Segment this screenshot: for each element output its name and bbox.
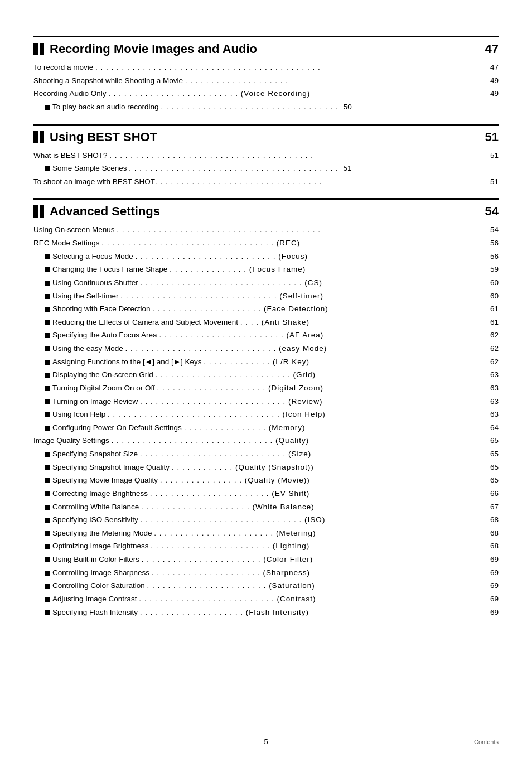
footer-contents-label: Contents <box>474 739 499 745</box>
toc-rec-mode-settings: REC Mode Settings . . . . . . . . . . . … <box>33 237 499 250</box>
toc-entry-snapshot-while-shooting: Shooting a Snapshot while Shooting a Mov… <box>33 74 499 88</box>
entry-text: Correcting Image Brightness . . . . . . … <box>52 487 309 500</box>
entry-text: Using Continuous Shutter . . . . . . . .… <box>52 276 322 290</box>
icon-bar-2 <box>40 205 44 218</box>
bullet-icon <box>45 426 50 431</box>
toc-lr-key: Assigning Functions to the [◄] and [►] K… <box>33 355 499 369</box>
section-header-advanced: Advanced Settings 54 <box>33 198 499 219</box>
toc-self-timer: Using the Self-timer . . . . . . . . . .… <box>33 290 499 303</box>
bullet-icon <box>45 544 50 549</box>
toc-metering-mode: Specifying the Metering Mode . . . . . .… <box>33 527 499 540</box>
bullet-icon <box>45 505 50 510</box>
entry-page: 62 <box>485 355 499 369</box>
section-page-recording: 47 <box>485 42 499 56</box>
entry-text: To play back an audio recording . . . . … <box>52 100 338 114</box>
entry-text: Optimizing Image Brightness . . . . . . … <box>52 539 309 553</box>
bullet-icon <box>45 531 50 536</box>
entry-page: 62 <box>485 342 499 355</box>
entry-page: 60 <box>485 290 499 303</box>
icon-bar-2 <box>40 131 44 143</box>
section-icon-advanced <box>33 205 44 218</box>
toc-white-balance: Controlling White Balance . . . . . . . … <box>33 500 499 514</box>
toc-changing-focus-frame: Changing the Focus Frame Shape . . . . .… <box>33 263 499 276</box>
bullet-icon <box>45 399 50 404</box>
toc-snapshot-size: Specifying Snapshot Size . . . . . . . .… <box>33 447 499 461</box>
toc-image-quality: Image Quality Settings . . . . . . . . .… <box>33 434 499 447</box>
entry-page: 65 <box>485 474 499 487</box>
entry-text: Controlling Color Saturation . . . . . .… <box>52 579 315 592</box>
bullet-icon <box>45 610 50 615</box>
entry-page: 65 <box>485 447 499 461</box>
page-footer: 5 Contents <box>0 734 532 746</box>
section-title-recording: Recording Movie Images and Audio <box>50 42 257 56</box>
section-icon-recording <box>33 43 44 55</box>
toc-lighting: Optimizing Image Brightness . . . . . . … <box>33 539 499 553</box>
entry-page: 63 <box>485 368 499 382</box>
toc-iso-sensitivity: Specifying ISO Sensitivity . . . . . . .… <box>33 513 499 527</box>
toc-digital-zoom: Turning Digital Zoom On or Off . . . . .… <box>33 382 499 395</box>
section-page-advanced: 54 <box>485 204 499 219</box>
entry-page: 51 <box>338 162 352 175</box>
entry-page: 61 <box>485 316 499 329</box>
entry-page: 68 <box>485 539 499 553</box>
icon-bar-1 <box>33 43 38 55</box>
bullet-icon <box>45 360 50 365</box>
entry-text: To record a movie . . . . . . . . . . . … <box>33 61 321 74</box>
bullet-icon <box>45 254 50 259</box>
toc-color-filter: Using Built-in Color Filters . . . . . .… <box>33 553 499 566</box>
entry-text: Specifying the Metering Mode . . . . . .… <box>52 527 316 540</box>
entry-page: 63 <box>485 382 499 395</box>
entry-page: 51 <box>485 149 499 162</box>
toc-continuous-shutter: Using Continuous Shutter . . . . . . . .… <box>33 276 499 290</box>
toc-grid: Displaying the On-screen Grid . . . . . … <box>33 368 499 382</box>
toc-snapshot-quality: Specifying Snapshot Image Quality . . . … <box>33 461 499 474</box>
toc-entry-what-is-bestshot: What is BEST SHOT? . . . . . . . . . . .… <box>33 149 499 162</box>
bullet-icon <box>45 412 50 417</box>
entry-page: 64 <box>485 421 499 435</box>
bullet-icon <box>45 320 50 325</box>
entry-text: Specifying Snapshot Image Quality . . . … <box>52 461 314 474</box>
toc-entry-shoot-bestshot: To shoot an image with BEST SHOT. . . . … <box>33 175 499 189</box>
toc-face-detection: Shooting with Face Detection . . . . . .… <box>33 302 499 316</box>
toc-af-area: Specifying the Auto Focus Area . . . . .… <box>33 329 499 342</box>
toc-onscreen-menus: Using On-screen Menus . . . . . . . . . … <box>33 223 499 237</box>
entry-text: Displaying the On-screen Grid . . . . . … <box>52 368 316 382</box>
entry-page: 69 <box>485 592 499 606</box>
entry-page: 69 <box>485 553 499 566</box>
section-title-wrap-recording: Recording Movie Images and Audio <box>33 42 257 56</box>
entry-text: Some Sample Scenes . . . . . . . . . . .… <box>52 162 338 175</box>
entry-text: Reducing the Effects of Camera and Subje… <box>52 316 309 329</box>
entry-text: Shooting a Snapshot while Shooting a Mov… <box>33 74 288 88</box>
toc-contrast: Adjusting Image Contrast . . . . . . . .… <box>33 592 499 606</box>
entry-page: 68 <box>485 527 499 540</box>
entry-text: Using the easy Mode . . . . . . . . . . … <box>52 342 327 355</box>
bullet-icon <box>45 346 50 351</box>
section-title-wrap-bestshot: Using BEST SHOT <box>33 130 157 144</box>
entry-page: 65 <box>485 434 499 447</box>
bullet-icon <box>45 571 50 576</box>
bullet-icon <box>45 452 50 457</box>
entry-text: Controlling Image Sharpness . . . . . . … <box>52 566 310 580</box>
entry-text: Specifying Movie Image Quality . . . . .… <box>52 474 310 487</box>
entry-page: 66 <box>485 487 499 500</box>
entry-text: Assigning Functions to the [◄] and [►] K… <box>52 355 309 369</box>
toc-selecting-focus-mode: Selecting a Focus Mode . . . . . . . . .… <box>33 250 499 263</box>
section-header-bestshot: Using BEST SHOT 51 <box>33 124 499 144</box>
entry-text: Controlling White Balance . . . . . . . … <box>52 500 315 514</box>
bullet-icon <box>45 294 50 299</box>
entry-page: 61 <box>485 302 499 316</box>
toc-anti-shake: Reducing the Effects of Camera and Subje… <box>33 316 499 329</box>
entry-text: Changing the Focus Frame Shape . . . . .… <box>52 263 306 276</box>
bullet-icon <box>45 557 50 562</box>
entry-page: 62 <box>485 329 499 342</box>
entry-page: 59 <box>485 263 499 276</box>
entry-text: Specifying Flash Intensity . . . . . . .… <box>52 606 309 619</box>
entry-text: What is BEST SHOT? . . . . . . . . . . .… <box>33 149 313 162</box>
section-title-bestshot: Using BEST SHOT <box>50 130 157 144</box>
bullet-icon <box>45 478 50 483</box>
entry-page: 65 <box>485 461 499 474</box>
entry-text: To shoot an image with BEST SHOT. . . . … <box>33 175 322 189</box>
bullet-icon <box>45 333 50 338</box>
bullet-icon <box>45 518 50 523</box>
bullet-icon <box>45 105 50 110</box>
